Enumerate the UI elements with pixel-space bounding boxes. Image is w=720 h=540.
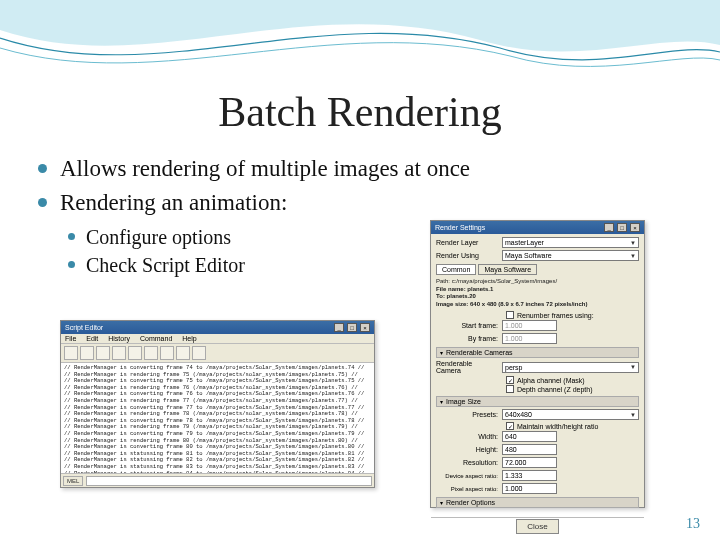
window-buttons: _ □ × <box>603 223 640 232</box>
menu-command[interactable]: Command <box>140 335 172 342</box>
renumber-label: Renumber frames using: <box>517 312 594 319</box>
render-using-select[interactable]: Maya Software▼ <box>502 250 639 261</box>
device-aspect-field[interactable]: 1.333 <box>502 470 557 481</box>
pixel-aspect-field[interactable]: 1.000 <box>502 483 557 494</box>
slide-title: Batch Rendering <box>30 88 690 136</box>
maximize-icon[interactable]: □ <box>617 223 627 232</box>
toolbar-button[interactable] <box>128 346 142 360</box>
window-title: Render Settings <box>435 224 485 231</box>
start-frame-field[interactable]: 1.000 <box>502 320 557 331</box>
pixel-aspect-label: Pixel aspect ratio: <box>436 486 498 492</box>
close-button[interactable]: Close <box>516 519 558 534</box>
bullet-list: Allows rendering of multiple images at o… <box>38 154 690 218</box>
menu-file[interactable]: File <box>65 335 76 342</box>
menu-edit[interactable]: Edit <box>86 335 98 342</box>
alpha-label: Alpha channel (Mask) <box>517 377 585 384</box>
renderable-cameras-header[interactable]: Renderable Cameras <box>436 347 639 358</box>
menu-history[interactable]: History <box>108 335 130 342</box>
maximize-icon[interactable]: □ <box>347 323 357 332</box>
renderable-camera-label: Renderable Camera <box>436 360 498 374</box>
render-using-label: Render Using <box>436 252 498 259</box>
filename-text: File name: planets.1 <box>436 286 639 294</box>
tab-maya-software[interactable]: Maya Software <box>478 264 537 275</box>
height-label: Height: <box>436 446 498 453</box>
log-line: // RenderManager is statussing frame 84 … <box>64 471 371 474</box>
render-layer-label: Render Layer <box>436 239 498 246</box>
chevron-down-icon: ▼ <box>630 253 636 259</box>
toolbar-button[interactable] <box>144 346 158 360</box>
toolbar-button[interactable] <box>160 346 174 360</box>
tab-common[interactable]: Common <box>436 264 476 275</box>
path-text: Path: c:/maya/projects/Solar_System/imag… <box>436 278 639 286</box>
start-frame-label: Start frame: <box>436 322 498 329</box>
presets-select[interactable]: 640x480▼ <box>502 409 639 420</box>
resolution-field[interactable]: 72.000 <box>502 457 557 468</box>
alpha-checkbox[interactable]: ✓ <box>506 376 514 384</box>
maintain-ratio-checkbox[interactable]: ✓ <box>506 422 514 430</box>
render-settings-titlebar: Render Settings _ □ × <box>431 221 644 234</box>
maintain-ratio-label: Maintain width/height ratio <box>517 423 598 430</box>
chevron-down-icon: ▼ <box>630 240 636 246</box>
window-title: Script Editor <box>65 324 103 331</box>
page-number: 13 <box>686 516 700 532</box>
by-frame-field[interactable]: 1.000 <box>502 333 557 344</box>
width-label: Width: <box>436 433 498 440</box>
to-text: To: planets.20 <box>436 293 639 301</box>
camera-select[interactable]: persp▼ <box>502 362 639 373</box>
renumber-checkbox[interactable] <box>506 311 514 319</box>
toolbar-button[interactable] <box>192 346 206 360</box>
menu-bar: File Edit History Command Help <box>61 334 374 344</box>
bullet-item: Rendering an animation: <box>38 188 690 218</box>
by-frame-label: By frame: <box>436 335 498 342</box>
toolbar <box>61 344 374 363</box>
command-row: MEL <box>61 473 374 488</box>
width-field[interactable]: 640 <box>502 431 557 442</box>
render-layer-select[interactable]: masterLayer▼ <box>502 237 639 248</box>
minimize-icon[interactable]: _ <box>334 323 344 332</box>
presets-label: Presets: <box>436 411 498 418</box>
image-size-text: Image size: 640 x 480 (8.9 x 6.7 inches … <box>436 301 639 309</box>
bullet-item: Allows rendering of multiple images at o… <box>38 154 690 184</box>
depth-checkbox[interactable] <box>506 385 514 393</box>
toolbar-button[interactable] <box>64 346 78 360</box>
render-settings-window: Render Settings _ □ × Render Layer maste… <box>430 220 645 508</box>
log-output: // RenderManager is converting frame 74 … <box>61 363 374 473</box>
device-aspect-label: Device aspect ratio: <box>436 473 498 479</box>
toolbar-button[interactable] <box>96 346 110 360</box>
toolbar-button[interactable] <box>112 346 126 360</box>
depth-label: Depth channel (Z depth) <box>517 386 593 393</box>
image-size-header[interactable]: Image Size <box>436 396 639 407</box>
close-icon[interactable]: × <box>360 323 370 332</box>
script-editor-titlebar: Script Editor _ □ × <box>61 321 374 334</box>
command-input[interactable] <box>86 476 372 486</box>
toolbar-button[interactable] <box>176 346 190 360</box>
resolution-label: Resolution: <box>436 459 498 466</box>
render-options-header[interactable]: Render Options <box>436 497 639 508</box>
menu-help[interactable]: Help <box>182 335 196 342</box>
chevron-down-icon: ▼ <box>630 364 636 370</box>
script-editor-window: Script Editor _ □ × File Edit History Co… <box>60 320 375 488</box>
window-buttons: _ □ × <box>333 323 370 332</box>
chevron-down-icon: ▼ <box>630 412 636 418</box>
height-field[interactable]: 480 <box>502 444 557 455</box>
minimize-icon[interactable]: _ <box>604 223 614 232</box>
close-icon[interactable]: × <box>630 223 640 232</box>
mel-label: MEL <box>63 476 83 486</box>
toolbar-button[interactable] <box>80 346 94 360</box>
